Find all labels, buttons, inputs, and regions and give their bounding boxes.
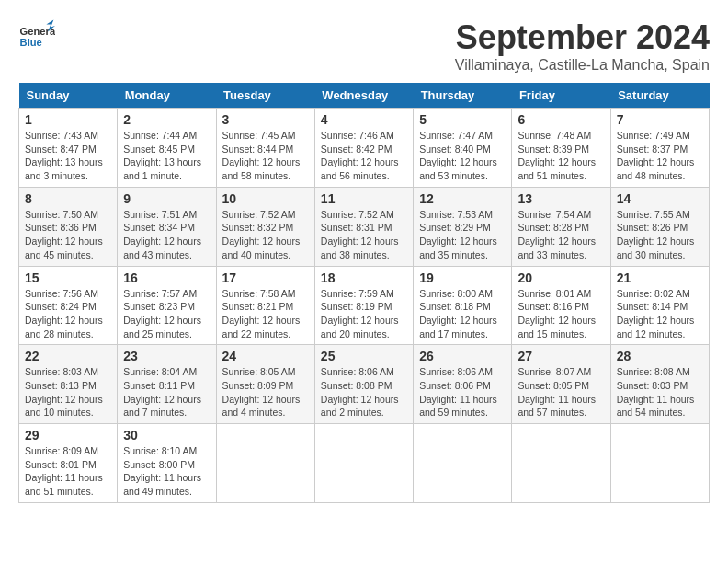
empty-cell: [216, 424, 314, 503]
day-detail: Sunrise: 7:56 AMSunset: 8:24 PMDaylight:…: [25, 287, 111, 341]
calendar-week-4: 22Sunrise: 8:03 AMSunset: 8:13 PMDayligh…: [19, 345, 710, 424]
day-cell-10: 10Sunrise: 7:52 AMSunset: 8:32 PMDayligh…: [216, 187, 314, 266]
weekday-header-friday: Friday: [512, 83, 610, 109]
svg-text:Blue: Blue: [20, 37, 42, 48]
day-detail: Sunrise: 8:01 AMSunset: 8:16 PMDaylight:…: [518, 287, 604, 341]
day-number: 3: [222, 112, 309, 127]
day-cell-18: 18Sunrise: 7:59 AMSunset: 8:19 PMDayligh…: [314, 266, 413, 345]
day-number: 19: [419, 270, 506, 285]
day-number: 1: [25, 112, 111, 127]
day-cell-2: 2Sunrise: 7:44 AMSunset: 8:45 PMDaylight…: [118, 109, 216, 188]
calendar-week-2: 8Sunrise: 7:50 AMSunset: 8:36 PMDaylight…: [19, 187, 710, 266]
day-cell-25: 25Sunrise: 8:06 AMSunset: 8:08 PMDayligh…: [314, 345, 413, 424]
day-number: 12: [419, 191, 506, 206]
logo-icon: General Blue: [18, 18, 55, 55]
day-detail: Sunrise: 7:49 AMSunset: 8:37 PMDaylight:…: [617, 129, 703, 183]
day-number: 22: [25, 349, 111, 363]
day-cell-27: 27Sunrise: 8:07 AMSunset: 8:05 PMDayligh…: [512, 345, 610, 424]
calendar-week-5: 29Sunrise: 8:09 AMSunset: 8:01 PMDayligh…: [19, 424, 710, 503]
day-cell-3: 3Sunrise: 7:45 AMSunset: 8:44 PMDaylight…: [216, 109, 314, 188]
day-number: 23: [123, 349, 210, 363]
day-number: 9: [123, 191, 210, 206]
day-cell-14: 14Sunrise: 7:55 AMSunset: 8:26 PMDayligh…: [610, 187, 709, 266]
day-detail: Sunrise: 8:06 AMSunset: 8:08 PMDaylight:…: [321, 365, 407, 419]
day-detail: Sunrise: 8:08 AMSunset: 8:03 PMDaylight:…: [617, 365, 703, 419]
day-number: 16: [123, 270, 210, 285]
logo: General Blue: [18, 18, 59, 55]
day-number: 2: [123, 112, 210, 127]
day-detail: Sunrise: 7:47 AMSunset: 8:40 PMDaylight:…: [419, 129, 506, 183]
empty-cell: [414, 424, 512, 503]
day-detail: Sunrise: 7:46 AMSunset: 8:42 PMDaylight:…: [321, 129, 407, 183]
day-detail: Sunrise: 8:10 AMSunset: 8:00 PMDaylight:…: [123, 444, 210, 499]
weekday-header-saturday: Saturday: [610, 83, 709, 109]
day-cell-28: 28Sunrise: 8:08 AMSunset: 8:03 PMDayligh…: [610, 345, 709, 424]
day-detail: Sunrise: 7:54 AMSunset: 8:28 PMDaylight:…: [518, 208, 604, 262]
month-title: September 2024: [455, 18, 710, 57]
day-number: 18: [321, 270, 407, 285]
day-detail: Sunrise: 7:45 AMSunset: 8:44 PMDaylight:…: [222, 129, 309, 183]
calendar-week-3: 15Sunrise: 7:56 AMSunset: 8:24 PMDayligh…: [19, 266, 710, 345]
day-cell-16: 16Sunrise: 7:57 AMSunset: 8:23 PMDayligh…: [118, 266, 216, 345]
day-cell-12: 12Sunrise: 7:53 AMSunset: 8:29 PMDayligh…: [414, 187, 512, 266]
day-detail: Sunrise: 7:55 AMSunset: 8:26 PMDaylight:…: [617, 208, 703, 262]
day-detail: Sunrise: 7:51 AMSunset: 8:34 PMDaylight:…: [123, 208, 210, 262]
day-number: 11: [321, 191, 407, 206]
day-cell-5: 5Sunrise: 7:47 AMSunset: 8:40 PMDaylight…: [414, 109, 512, 188]
weekday-header-thursday: Thursday: [414, 83, 512, 109]
day-number: 5: [419, 112, 506, 127]
weekday-header-sunday: Sunday: [19, 83, 118, 109]
day-detail: Sunrise: 7:52 AMSunset: 8:31 PMDaylight:…: [321, 208, 407, 262]
weekday-header-wednesday: Wednesday: [314, 83, 413, 109]
day-detail: Sunrise: 8:00 AMSunset: 8:18 PMDaylight:…: [419, 287, 506, 341]
day-cell-24: 24Sunrise: 8:05 AMSunset: 8:09 PMDayligh…: [216, 345, 314, 424]
day-number: 7: [617, 112, 703, 127]
day-cell-22: 22Sunrise: 8:03 AMSunset: 8:13 PMDayligh…: [19, 345, 118, 424]
day-number: 25: [321, 349, 407, 363]
location: Villaminaya, Castille-La Mancha, Spain: [455, 57, 710, 74]
day-cell-30: 30Sunrise: 8:10 AMSunset: 8:00 PMDayligh…: [118, 424, 216, 503]
weekday-header-row: SundayMondayTuesdayWednesdayThursdayFrid…: [19, 83, 710, 109]
day-cell-8: 8Sunrise: 7:50 AMSunset: 8:36 PMDaylight…: [19, 187, 118, 266]
day-cell-6: 6Sunrise: 7:48 AMSunset: 8:39 PMDaylight…: [512, 109, 610, 188]
day-detail: Sunrise: 7:44 AMSunset: 8:45 PMDaylight:…: [123, 129, 210, 183]
day-detail: Sunrise: 8:09 AMSunset: 8:01 PMDaylight:…: [25, 444, 111, 499]
day-detail: Sunrise: 7:52 AMSunset: 8:32 PMDaylight:…: [222, 208, 309, 262]
day-cell-19: 19Sunrise: 8:00 AMSunset: 8:18 PMDayligh…: [414, 266, 512, 345]
day-number: 28: [617, 349, 703, 363]
day-number: 20: [518, 270, 604, 285]
day-detail: Sunrise: 8:02 AMSunset: 8:14 PMDaylight:…: [617, 287, 703, 341]
calendar-table: SundayMondayTuesdayWednesdayThursdayFrid…: [18, 83, 710, 503]
day-detail: Sunrise: 7:50 AMSunset: 8:36 PMDaylight:…: [25, 208, 111, 262]
day-cell-4: 4Sunrise: 7:46 AMSunset: 8:42 PMDaylight…: [314, 109, 413, 188]
calendar-week-1: 1Sunrise: 7:43 AMSunset: 8:47 PMDaylight…: [19, 109, 710, 188]
day-cell-7: 7Sunrise: 7:49 AMSunset: 8:37 PMDaylight…: [610, 109, 709, 188]
day-number: 29: [25, 428, 111, 442]
day-cell-20: 20Sunrise: 8:01 AMSunset: 8:16 PMDayligh…: [512, 266, 610, 345]
day-number: 24: [222, 349, 309, 363]
day-cell-26: 26Sunrise: 8:06 AMSunset: 8:06 PMDayligh…: [414, 345, 512, 424]
day-number: 27: [518, 349, 604, 363]
day-number: 6: [518, 112, 604, 127]
day-cell-29: 29Sunrise: 8:09 AMSunset: 8:01 PMDayligh…: [19, 424, 118, 503]
day-cell-21: 21Sunrise: 8:02 AMSunset: 8:14 PMDayligh…: [610, 266, 709, 345]
empty-cell: [610, 424, 709, 503]
day-detail: Sunrise: 8:04 AMSunset: 8:11 PMDaylight:…: [123, 365, 210, 419]
day-number: 17: [222, 270, 309, 285]
day-number: 14: [617, 191, 703, 206]
day-cell-9: 9Sunrise: 7:51 AMSunset: 8:34 PMDaylight…: [118, 187, 216, 266]
day-number: 13: [518, 191, 604, 206]
day-number: 30: [123, 428, 210, 442]
day-cell-11: 11Sunrise: 7:52 AMSunset: 8:31 PMDayligh…: [314, 187, 413, 266]
day-number: 8: [25, 191, 111, 206]
day-detail: Sunrise: 8:07 AMSunset: 8:05 PMDaylight:…: [518, 365, 604, 419]
day-number: 10: [222, 191, 309, 206]
empty-cell: [314, 424, 413, 503]
day-number: 4: [321, 112, 407, 127]
day-detail: Sunrise: 7:43 AMSunset: 8:47 PMDaylight:…: [25, 129, 111, 183]
day-detail: Sunrise: 7:57 AMSunset: 8:23 PMDaylight:…: [123, 287, 210, 341]
day-detail: Sunrise: 7:59 AMSunset: 8:19 PMDaylight:…: [321, 287, 407, 341]
weekday-header-tuesday: Tuesday: [216, 83, 314, 109]
day-cell-23: 23Sunrise: 8:04 AMSunset: 8:11 PMDayligh…: [118, 345, 216, 424]
day-detail: Sunrise: 7:58 AMSunset: 8:21 PMDaylight:…: [222, 287, 309, 341]
